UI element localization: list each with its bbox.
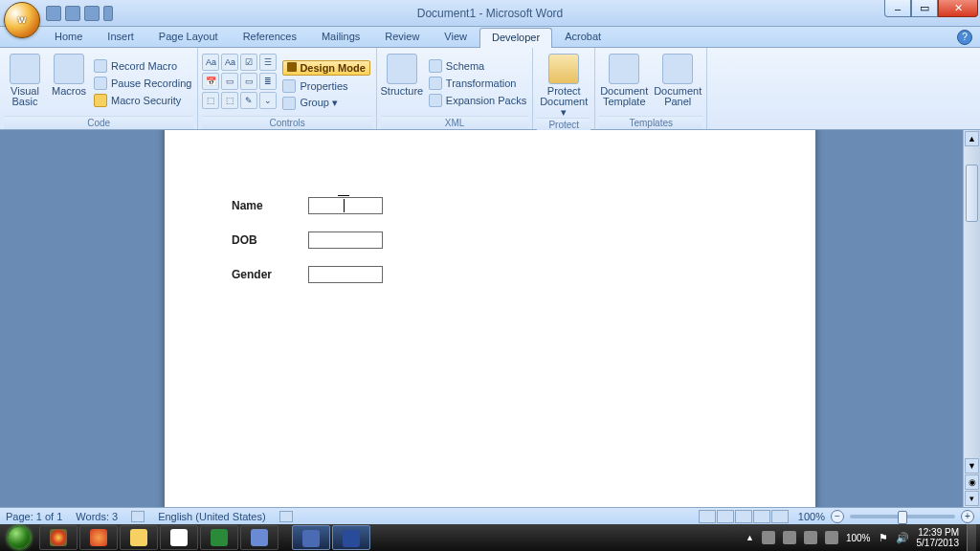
tray-date: 5/17/2013	[917, 538, 960, 548]
structure-icon	[387, 54, 417, 84]
zoom-out-button[interactable]: −	[831, 510, 844, 523]
transformation-button[interactable]: Transformation	[427, 76, 528, 91]
document-panel-icon	[662, 54, 693, 84]
web-layout-view-icon[interactable]	[735, 510, 752, 523]
close-button[interactable]: ✕	[938, 0, 978, 17]
document-panel-button[interactable]: Document Panel	[653, 50, 702, 116]
group-templates: Document Template Document Panel Templat…	[595, 48, 707, 129]
insert-mode-icon[interactable]	[279, 511, 293, 522]
dob-field[interactable]	[308, 231, 383, 249]
page-indicator[interactable]: Page: 1 of 1	[6, 511, 62, 522]
save-icon[interactable]	[46, 6, 61, 21]
titlebar: W Document1 - Microsoft Word – ▭ ✕	[0, 0, 980, 27]
minimize-button[interactable]: –	[884, 0, 911, 17]
tab-insert[interactable]: Insert	[95, 27, 146, 47]
taskbar-chrome[interactable]	[39, 525, 78, 550]
tray-icon-2[interactable]	[783, 531, 796, 544]
design-mode-button[interactable]: Design Mode	[280, 59, 371, 77]
office-button[interactable]: W	[4, 2, 40, 38]
window-controls: – ▭ ✕	[884, 0, 978, 17]
vertical-scrollbar[interactable]: ▲ ▼ ◉ ▾	[963, 130, 980, 507]
print-layout-view-icon[interactable]	[699, 510, 716, 523]
next-page-icon[interactable]: ▾	[965, 491, 979, 506]
start-button[interactable]	[0, 524, 38, 551]
pause-recording-label: Pause Recording	[111, 77, 191, 89]
redo-icon[interactable]	[84, 6, 100, 21]
tab-review[interactable]: Review	[372, 27, 432, 47]
group-button[interactable]: Group ▾	[280, 96, 371, 111]
macros-label: Macros	[52, 86, 86, 97]
structure-button[interactable]: Structure	[381, 50, 423, 116]
expansion-packs-icon	[429, 94, 442, 107]
taskbar: ▲ 100% ⚑ 🔊 12:39 PM 5/17/2013	[0, 524, 980, 551]
taskbar-word[interactable]	[332, 525, 370, 550]
macro-security-button[interactable]: Macro Security	[92, 93, 193, 108]
full-screen-view-icon[interactable]	[717, 510, 734, 523]
scroll-down-icon[interactable]: ▼	[965, 458, 979, 474]
form-row-gender: Gender	[232, 266, 748, 283]
qat-more-icon[interactable]	[103, 6, 113, 21]
tray-icon-3[interactable]	[804, 531, 817, 544]
maximize-button[interactable]: ▭	[911, 0, 938, 17]
scroll-up-icon[interactable]: ▲	[965, 131, 979, 146]
outline-view-icon[interactable]	[753, 510, 770, 523]
taskbar-mail[interactable]	[160, 525, 198, 550]
visual-basic-button[interactable]: Visual Basic	[4, 50, 46, 116]
expansion-packs-button[interactable]: Expansion Packs	[427, 93, 528, 108]
transformation-icon	[429, 77, 442, 90]
taskbar-explorer[interactable]	[120, 525, 158, 550]
help-icon[interactable]: ?	[957, 30, 972, 45]
tab-references[interactable]: References	[231, 27, 309, 47]
draft-view-icon[interactable]	[771, 510, 789, 523]
gender-field[interactable]	[308, 266, 383, 283]
spellcheck-icon[interactable]	[131, 511, 145, 522]
tab-mailings[interactable]: Mailings	[309, 27, 372, 47]
properties-icon	[282, 79, 296, 93]
record-macro-button[interactable]: Record Macro	[92, 58, 193, 74]
ribbon: Visual Basic Macros Record Macro Pause R…	[0, 48, 980, 130]
zoom-level[interactable]: 100%	[798, 511, 825, 522]
statusbar: Page: 1 of 1 Words: 3 English (United St…	[0, 507, 980, 524]
tray-time: 12:39 PM	[917, 527, 960, 538]
zoom-slider[interactable]	[850, 515, 955, 518]
taskbar-snip[interactable]	[240, 525, 278, 550]
tray-icon-1[interactable]	[762, 531, 775, 544]
tray-expand-icon[interactable]: ▲	[746, 533, 754, 542]
group-protect: Protect Document ▾ Protect	[533, 48, 595, 129]
name-field[interactable]	[308, 197, 383, 214]
properties-button[interactable]: Properties	[280, 78, 371, 94]
language-indicator[interactable]: English (United States)	[158, 511, 266, 522]
pause-recording-icon	[94, 77, 107, 90]
group-xml: Structure Schema Transformation Expansio…	[377, 48, 533, 129]
tray-volume-icon[interactable]: 🔊	[896, 532, 909, 544]
tab-acrobat[interactable]: Acrobat	[552, 27, 613, 47]
tab-home[interactable]: Home	[42, 27, 95, 47]
pause-recording-button[interactable]: Pause Recording	[92, 76, 193, 91]
document-area: Name DOB Gender	[0, 130, 980, 507]
document-template-button[interactable]: Document Template	[599, 50, 649, 116]
schema-button[interactable]: Schema	[427, 58, 528, 74]
zoom-in-button[interactable]: +	[961, 510, 974, 523]
taskbar-excel[interactable]	[200, 525, 238, 550]
tab-view[interactable]: View	[432, 27, 479, 47]
tray-flag-icon[interactable]: ⚑	[879, 532, 888, 544]
tray-clock[interactable]: 12:39 PM 5/17/2013	[917, 527, 960, 548]
visual-basic-label: Visual Basic	[11, 86, 39, 107]
undo-icon[interactable]	[65, 6, 80, 21]
word-count[interactable]: Words: 3	[76, 511, 118, 522]
macros-button[interactable]: Macros	[50, 50, 88, 116]
scroll-thumb[interactable]	[966, 165, 978, 222]
form-row-name: Name	[232, 197, 748, 214]
taskbar-app1[interactable]	[292, 525, 330, 550]
group-code: Visual Basic Macros Record Macro Pause R…	[0, 48, 198, 129]
taskbar-firefox[interactable]	[79, 525, 118, 550]
tab-developer[interactable]: Developer	[479, 28, 552, 48]
tab-page-layout[interactable]: Page Layout	[146, 27, 231, 47]
protect-document-button[interactable]: Protect Document ▾	[537, 50, 590, 118]
controls-gallery[interactable]: AaAa☑☰ 📅▭▭≣ ⬚⬚✎⌄	[202, 54, 277, 116]
document-template-label: Document Template	[600, 86, 648, 107]
tray-icon-4[interactable]	[825, 531, 838, 544]
show-desktop-button[interactable]	[967, 524, 976, 551]
previous-page-icon[interactable]: ◉	[965, 474, 979, 490]
document-page[interactable]: Name DOB Gender	[165, 130, 815, 507]
